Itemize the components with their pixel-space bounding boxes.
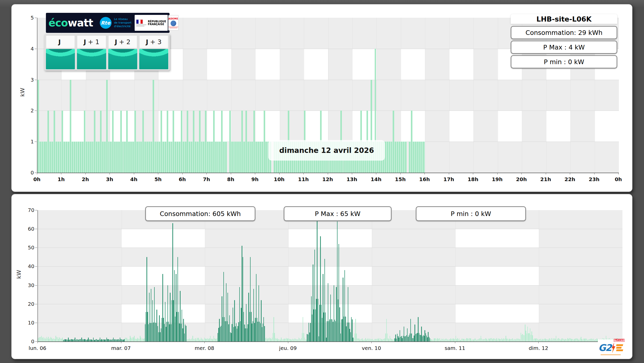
- bar: [73, 340, 74, 341]
- bar: [81, 339, 81, 341]
- bar: [562, 338, 563, 341]
- bar: [466, 338, 467, 341]
- bar: [298, 339, 298, 341]
- gridline: [37, 80, 619, 80]
- bar: [413, 338, 413, 341]
- bar: [391, 339, 392, 341]
- bar: [394, 339, 394, 341]
- bar: [247, 324, 248, 341]
- bar: [93, 338, 94, 341]
- column-separator: [473, 18, 474, 173]
- y-tick-mark: [35, 80, 37, 80]
- bar: [253, 289, 254, 341]
- bar: [263, 317, 264, 341]
- bar: [71, 339, 72, 341]
- bar: [356, 333, 356, 341]
- bar: [445, 339, 446, 341]
- bar: [78, 340, 78, 341]
- bar: [465, 339, 466, 341]
- bar: [41, 337, 41, 341]
- forecast-tab-j2[interactable]: J+ 2: [108, 35, 137, 69]
- bar: [550, 339, 550, 341]
- bar: [339, 307, 340, 341]
- bar: [296, 339, 296, 341]
- bar: [398, 336, 398, 342]
- bar: [525, 325, 525, 341]
- x-tick-label: sam. 11: [443, 345, 467, 351]
- x-tick-label: 6h: [171, 176, 194, 182]
- bar: [98, 340, 98, 341]
- x-tick-mark: [473, 173, 473, 174]
- bar: [202, 340, 203, 341]
- bar: [463, 339, 463, 341]
- bar: [487, 340, 488, 341]
- x-tick-label: 4h: [122, 176, 145, 182]
- daily-pmin-stat: P min : 0 kW: [511, 55, 617, 68]
- bar: [453, 338, 453, 341]
- x-tick-label: 12h: [316, 176, 339, 182]
- bar: [279, 340, 280, 341]
- bar: [325, 312, 326, 341]
- bar: [384, 339, 384, 341]
- bar: [556, 336, 556, 341]
- bar: [596, 339, 596, 341]
- bar: [512, 338, 513, 341]
- date-overlay: dimanche 12 avril 2026: [268, 140, 385, 161]
- bar: [590, 339, 590, 341]
- bar: [69, 340, 69, 341]
- bar: [192, 338, 192, 341]
- bar: [241, 308, 241, 341]
- x-tick-mark: [521, 173, 522, 174]
- bar: [126, 338, 126, 341]
- bar: [132, 339, 132, 341]
- y-tick-mark: [35, 173, 37, 173]
- bar: [486, 339, 487, 341]
- forecast-tab-j3[interactable]: J+ 3: [139, 35, 168, 69]
- bar: [478, 339, 479, 342]
- bar: [167, 285, 168, 341]
- bar: [179, 323, 180, 341]
- bar: [523, 335, 524, 341]
- x-tick-mark: [61, 173, 61, 174]
- y-tick-label: 4: [24, 46, 34, 52]
- bar: [184, 333, 185, 341]
- forecast-tab-j[interactable]: J: [46, 35, 75, 69]
- x-tick-label: 15h: [389, 176, 412, 182]
- bar: [67, 340, 68, 341]
- bar: [404, 336, 405, 341]
- bar: [344, 270, 345, 341]
- ecowatt-status-green-icon: [108, 49, 137, 69]
- bar: [122, 339, 122, 341]
- x-tick-label: 3h: [98, 176, 121, 182]
- bar: [71, 339, 71, 341]
- bar: [269, 338, 270, 341]
- bar: [82, 339, 83, 341]
- bar: [86, 340, 87, 341]
- bar: [218, 328, 219, 341]
- weekly-plot-area[interactable]: [37, 210, 622, 342]
- bar: [280, 340, 281, 341]
- bar: [197, 338, 197, 341]
- g2-text: G2: [598, 343, 611, 352]
- bar: [246, 304, 246, 341]
- bar: [273, 317, 274, 341]
- bar: [349, 329, 350, 341]
- bar: [275, 338, 276, 341]
- bar: [445, 339, 445, 341]
- bar: [351, 317, 352, 341]
- bar: [460, 340, 461, 341]
- bar: [404, 327, 404, 342]
- bar: [397, 334, 398, 341]
- bar: [430, 339, 431, 341]
- bar: [201, 338, 201, 341]
- bar: [198, 338, 199, 341]
- x-tick-label: 0h: [607, 176, 630, 182]
- x-tick-mark: [352, 173, 352, 174]
- weekly-chart-panel: lun. 06mar. 07mer. 08jeu. 09ven. 10sam. …: [11, 194, 632, 359]
- forecast-tab-label: J: [58, 38, 61, 46]
- bar: [343, 278, 343, 341]
- bar: [479, 339, 479, 341]
- bar: [111, 339, 111, 341]
- forecast-tab-j1[interactable]: J+ 1: [77, 35, 106, 69]
- bar: [309, 323, 309, 341]
